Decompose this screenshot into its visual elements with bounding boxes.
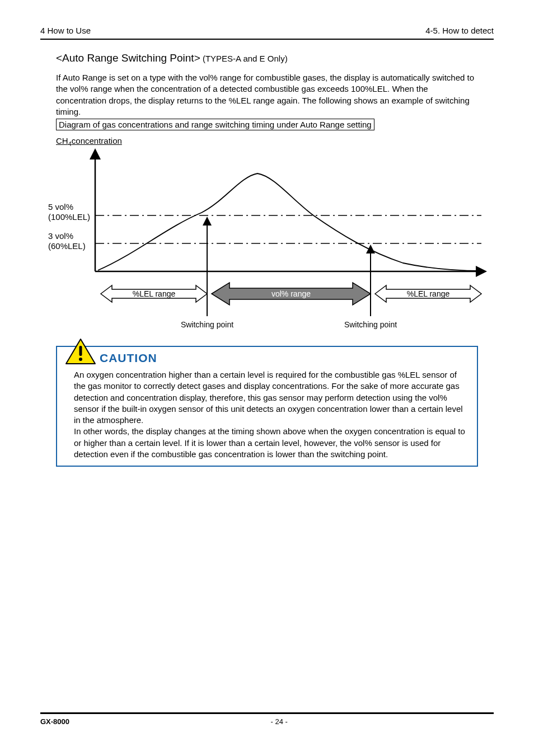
- range-switching-diagram: 5 vol% (100%LEL) 3 vol% (60%LEL) %LEL ra…: [45, 148, 489, 346]
- range-left-label: %LEL range: [133, 289, 176, 298]
- svg-rect-6: [79, 346, 82, 356]
- footer-page: - 24 -: [271, 717, 288, 726]
- range-right-label: %LEL range: [407, 289, 450, 298]
- footer-model: GX-8000: [40, 717, 69, 726]
- header-right: 4-5. How to detect: [425, 26, 494, 35]
- section-title-sub: (TYPES-A and E Only): [200, 54, 288, 63]
- switching-point-left: Switching point: [181, 320, 233, 329]
- switching-point-right: Switching point: [344, 320, 397, 329]
- ytick2b: (60%LEL): [48, 241, 86, 251]
- header-left: 4 How to Use: [40, 26, 91, 35]
- footer-rule: [40, 712, 494, 714]
- diagram-caption: Diagram of gas concentrations and range …: [56, 119, 374, 130]
- caution-icon: [65, 338, 96, 365]
- y-axis-label: CH4concentration: [56, 136, 489, 147]
- caution-body: An oxygen concentration higher than a ce…: [74, 369, 469, 460]
- caution-box: CAUTION An oxygen concentration higher t…: [56, 346, 478, 467]
- ytick1a: 5 vol%: [48, 202, 73, 212]
- svg-point-7: [79, 358, 82, 361]
- section-title: <Auto Range Switching Point> (TYPES-A an…: [56, 52, 478, 64]
- range-mid-label: vol% range: [271, 289, 311, 298]
- ytick1b: (100%LEL): [48, 212, 90, 222]
- intro-paragraph: If Auto Range is set on a type with the …: [56, 72, 478, 118]
- caution-title: CAUTION: [100, 351, 157, 365]
- section-title-main: <Auto Range Switching Point>: [56, 52, 200, 64]
- ytick2a: 3 vol%: [48, 231, 73, 241]
